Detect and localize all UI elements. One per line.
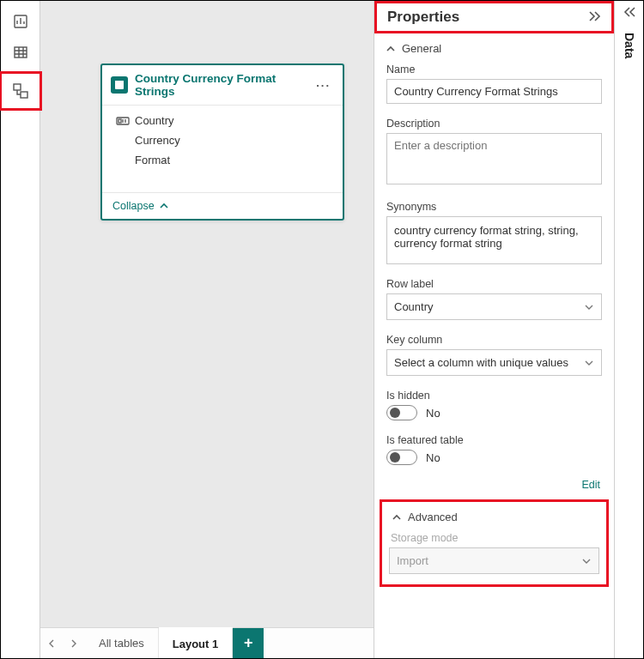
name-label: Name (386, 63, 602, 76)
general-section-label: General (402, 42, 441, 55)
general-section-header[interactable]: General (374, 33, 614, 58)
table-card[interactable]: Country Currency Format Strings ··· Coun… (100, 63, 344, 221)
model-canvas[interactable]: Country Currency Format Strings ··· Coun… (40, 1, 374, 658)
synonyms-input[interactable]: country currency format string, string, … (386, 216, 602, 264)
collapse-properties-button[interactable] (587, 10, 603, 25)
field-label: Country (131, 114, 174, 127)
is-hidden-toggle[interactable] (386, 405, 417, 420)
table-icon (111, 76, 128, 94)
chevron-up-icon (386, 45, 395, 53)
data-pane-label: Data (623, 33, 636, 58)
model-view-highlight (0, 71, 42, 111)
field-label: Currency (131, 134, 180, 147)
table-field-row[interactable]: Currency (102, 130, 343, 150)
row-label-value: Country (394, 300, 434, 313)
chevron-up-icon (160, 202, 168, 210)
collapse-label: Collapse (112, 200, 155, 212)
table-field-row[interactable]: Format (102, 150, 343, 170)
table-card-header[interactable]: Country Currency Format Strings ··· (102, 65, 343, 106)
is-hidden-state: No (426, 407, 440, 420)
is-hidden-label: Is hidden (386, 390, 602, 402)
description-input[interactable] (386, 133, 602, 184)
table-field-list: Country Currency Format (102, 106, 343, 172)
is-featured-state: No (426, 451, 440, 464)
properties-panel: Properties General Name Description Syno… (374, 1, 614, 658)
svg-rect-3 (21, 92, 27, 98)
storage-mode-value: Import (397, 554, 428, 567)
data-view-button[interactable] (3, 39, 38, 66)
model-view-button[interactable] (3, 77, 38, 105)
key-column-dropdown[interactable]: Select a column with unique values (386, 349, 602, 376)
chevron-down-icon (584, 359, 594, 367)
left-nav-rail (1, 1, 40, 658)
key-column-label: Key column (386, 334, 602, 346)
advanced-section-header[interactable]: Advanced (389, 507, 599, 527)
table-card-title: Country Currency Format Strings (135, 72, 313, 98)
report-view-button[interactable] (3, 8, 38, 35)
row-label-label: Row label (386, 278, 602, 290)
key-column-value: Select a column with unique values (394, 356, 568, 369)
advanced-section-highlight: Advanced Storage mode Import (380, 499, 609, 587)
table-more-button[interactable]: ··· (313, 79, 334, 92)
tab-next-button[interactable] (63, 628, 85, 658)
tab-prev-button[interactable] (40, 628, 63, 658)
field-label: Format (131, 154, 170, 166)
add-layout-button[interactable]: + (233, 628, 264, 658)
tab-all-tables[interactable]: All tables (85, 628, 159, 658)
storage-mode-dropdown: Import (389, 547, 599, 574)
storage-mode-label: Storage mode (389, 527, 599, 547)
svg-rect-7 (118, 119, 121, 123)
chevron-up-icon (392, 513, 401, 522)
data-pane-collapsed: Data (614, 1, 643, 658)
chevron-down-icon (581, 557, 592, 565)
chevron-down-icon (584, 303, 594, 311)
properties-header: Properties (374, 1, 614, 33)
description-label: Description (386, 118, 602, 130)
expand-data-pane-button[interactable] (622, 6, 637, 21)
row-label-dropdown[interactable]: Country (386, 293, 602, 320)
tab-layout-1[interactable]: Layout 1 (159, 627, 233, 658)
key-field-icon (114, 116, 131, 126)
properties-title: Properties (387, 9, 459, 26)
svg-rect-1 (15, 47, 27, 57)
svg-rect-5 (115, 81, 124, 83)
edit-link[interactable]: Edit (374, 474, 614, 499)
synonyms-label: Synonyms (386, 201, 602, 213)
svg-rect-2 (14, 84, 21, 90)
table-field-row[interactable]: Country (102, 111, 343, 130)
collapse-button[interactable]: Collapse (102, 192, 343, 219)
is-featured-label: Is featured table (386, 434, 602, 446)
advanced-section-label: Advanced (408, 511, 458, 523)
layout-tab-bar: All tables Layout 1 + (40, 627, 374, 658)
name-input[interactable] (386, 79, 602, 104)
is-featured-toggle[interactable] (386, 450, 417, 465)
